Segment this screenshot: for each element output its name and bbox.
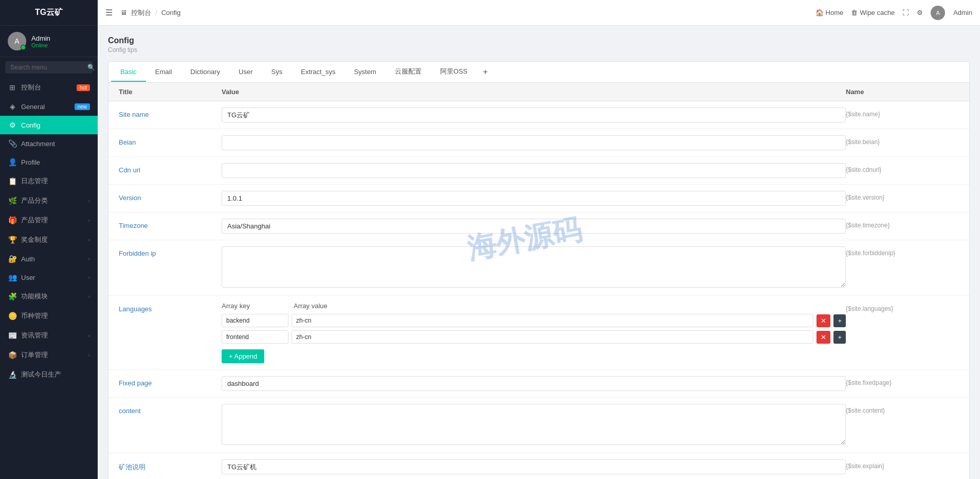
menu-label-order-mgr: 订单管理 bbox=[21, 350, 88, 360]
lang-add-button-1[interactable]: + bbox=[833, 331, 846, 344]
sidebar-item-product-cat[interactable]: 🌿 产品分类 › bbox=[0, 191, 98, 210]
sidebar-item-func-module[interactable]: 🧩 功能模块 › bbox=[0, 287, 98, 306]
badge-general: new bbox=[75, 103, 90, 110]
lang-delete-button-1[interactable]: ✕ bbox=[816, 331, 830, 344]
lang-val-input-0[interactable] bbox=[292, 314, 813, 327]
menu-icon-general: ◈ bbox=[8, 102, 17, 111]
breadcrumb-separator: / bbox=[155, 9, 157, 16]
sidebar-item-news-mgr[interactable]: 📰 资讯管理 › bbox=[0, 326, 98, 345]
tab-dictionary[interactable]: Dictionary bbox=[181, 63, 229, 82]
menu-icon-order-mgr: 📦 bbox=[8, 351, 17, 359]
lang-delete-button-0[interactable]: ✕ bbox=[816, 314, 830, 327]
menu-label-bonus: 奖金制度 bbox=[21, 235, 88, 244]
menu-label-coin-mgr: 币种管理 bbox=[21, 311, 90, 321]
admin-user[interactable]: A Admin bbox=[931, 6, 972, 20]
lang-key-input-1[interactable] bbox=[222, 330, 288, 344]
search-input[interactable] bbox=[10, 64, 87, 71]
languages-container: Array key Array value ✕ + ✕ + + Append bbox=[222, 302, 846, 363]
tab-cloud-config[interactable]: 云服配置 bbox=[386, 62, 431, 82]
lang-add-button-0[interactable]: + bbox=[833, 314, 846, 327]
chevron-icon: › bbox=[88, 237, 90, 243]
lang-col-key: Array key bbox=[222, 302, 288, 310]
breadcrumb-icon: 🖥 bbox=[120, 9, 127, 16]
input-timezone[interactable] bbox=[222, 219, 846, 234]
username: Admin bbox=[31, 34, 50, 42]
value-version bbox=[222, 191, 846, 206]
tab-system[interactable]: System bbox=[344, 63, 385, 82]
tab-add-button[interactable]: + bbox=[477, 63, 494, 81]
menu-label-news-mgr: 资讯管理 bbox=[21, 331, 88, 340]
menu-icon-user: 👥 bbox=[8, 273, 17, 281]
value-forbidden-ip bbox=[222, 246, 846, 289]
lang-key-input-0[interactable] bbox=[222, 314, 288, 327]
home-link[interactable]: 🏠 Home bbox=[815, 9, 844, 16]
tab-extract_sys[interactable]: Extract_sys bbox=[292, 63, 344, 82]
name-var-cdn-url: {$site.cdnurl} bbox=[846, 163, 959, 173]
name-var-content: {$site.content} bbox=[846, 404, 959, 414]
chevron-icon: › bbox=[88, 275, 90, 280]
breadcrumb: 🖥 控制台 / Config bbox=[120, 8, 180, 17]
col-value: Value bbox=[222, 88, 846, 96]
label-fixed-page: Fixed page bbox=[119, 376, 222, 387]
wipe-cache-link[interactable]: 🗑 Wipe cache bbox=[851, 9, 895, 16]
menu-icon-bonus: 🏆 bbox=[8, 236, 17, 244]
sidebar-item-attachment[interactable]: 📎 Attachment bbox=[0, 134, 98, 153]
input-version[interactable] bbox=[222, 191, 846, 206]
sidebar-item-profile[interactable]: 👤 Profile bbox=[0, 153, 98, 171]
textarea-forbidden-ip[interactable] bbox=[222, 246, 846, 288]
sidebar-item-dashboard[interactable]: ⊞ 控制台 hot bbox=[0, 78, 98, 97]
fullscreen-icon[interactable]: ⛶ bbox=[902, 9, 909, 16]
tab-aliyun-oss[interactable]: 阿里OSS bbox=[431, 62, 477, 82]
value-cdn-url bbox=[222, 163, 846, 178]
tab-sys[interactable]: Sys bbox=[262, 63, 292, 82]
value-timezone bbox=[222, 219, 846, 234]
menu-toggle-icon[interactable]: ☰ bbox=[105, 8, 113, 17]
input-fixed-page[interactable] bbox=[222, 376, 846, 391]
sidebar-item-config[interactable]: ⚙ Config bbox=[0, 116, 98, 134]
config-row-mine-explain: 矿池说明 {$site.explain} bbox=[108, 453, 969, 479]
sidebar-item-product-mgr[interactable]: 🎁 产品管理 › bbox=[0, 210, 98, 230]
config-rows: Site name {$site.name} Beian {$site.beia… bbox=[108, 101, 969, 479]
input-beian[interactable] bbox=[222, 135, 846, 150]
sidebar-user: A Admin Online bbox=[0, 26, 98, 57]
sidebar-item-auth[interactable]: 🔐 Auth › bbox=[0, 250, 98, 268]
lang-row-1: ✕ + bbox=[222, 330, 846, 344]
sidebar-item-user[interactable]: 👥 User › bbox=[0, 268, 98, 287]
sidebar-item-bonus[interactable]: 🏆 奖金制度 › bbox=[0, 230, 98, 250]
menu-icon-auth: 🔐 bbox=[8, 255, 17, 263]
search-box[interactable]: 🔍 bbox=[5, 61, 93, 74]
page-subtitle: Config tips bbox=[108, 46, 970, 54]
sidebar-item-log[interactable]: 📋 日志管理 bbox=[0, 171, 98, 191]
sidebar-item-test-today[interactable]: 🔬 测试今日生产 bbox=[0, 365, 98, 384]
menu-label-auth: Auth bbox=[21, 255, 88, 263]
textarea-content[interactable] bbox=[222, 404, 846, 445]
tab-email[interactable]: Email bbox=[146, 63, 182, 82]
name-var-beian: {$site.beian} bbox=[846, 135, 959, 146]
chevron-icon: › bbox=[88, 256, 90, 262]
main-area: ☰ 🖥 控制台 / Config 🏠 Home 🗑 Wipe cache ⛶ ⚙… bbox=[98, 0, 980, 479]
wipe-cache-icon: 🗑 bbox=[851, 9, 858, 16]
input-cdn-url[interactable] bbox=[222, 163, 846, 178]
chevron-icon: › bbox=[88, 333, 90, 339]
name-var-version: {$site.version} bbox=[846, 191, 959, 201]
tab-user[interactable]: User bbox=[229, 63, 262, 82]
input-site-name[interactable] bbox=[222, 108, 846, 122]
menu-icon-attachment: 📎 bbox=[8, 139, 17, 148]
menu-icon-log: 📋 bbox=[8, 177, 17, 185]
sidebar-item-coin-mgr[interactable]: 🪙 币种管理 bbox=[0, 306, 98, 326]
lang-val-input-1[interactable] bbox=[292, 330, 813, 344]
tab-basic[interactable]: Basic bbox=[111, 63, 146, 82]
value-fixed-page bbox=[222, 376, 846, 391]
name-var-mine-explain: {$site.explain} bbox=[846, 459, 959, 470]
name-var-fixed-page: {$site.fixedpage} bbox=[846, 376, 959, 386]
input-mine-explain[interactable] bbox=[222, 459, 846, 474]
settings-icon[interactable]: ⚙ bbox=[917, 9, 923, 16]
menu-icon-news-mgr: 📰 bbox=[8, 331, 17, 340]
sidebar-item-general[interactable]: ◈ General new bbox=[0, 97, 98, 116]
sidebar-logo: TG云矿 bbox=[0, 0, 98, 26]
menu-label-product-mgr: 产品管理 bbox=[21, 216, 88, 225]
sidebar-item-order-mgr[interactable]: 📦 订单管理 › bbox=[0, 345, 98, 365]
lang-append-button[interactable]: + Append bbox=[222, 349, 264, 363]
config-row-cdn-url: Cdn url {$site.cdnurl} bbox=[108, 157, 969, 185]
menu-icon-config: ⚙ bbox=[8, 121, 17, 129]
